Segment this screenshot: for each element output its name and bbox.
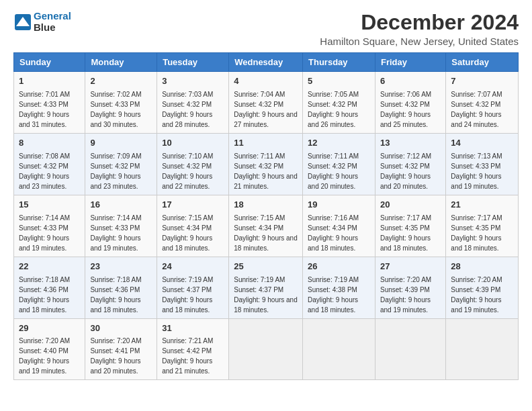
day-info: Sunrise: 7:20 AMSunset: 4:39 PMDaylight:… [380,275,441,315]
calendar-cell: 5Sunrise: 7:05 AMSunset: 4:32 PMDaylight… [303,72,375,134]
day-info: Sunrise: 7:13 AMSunset: 4:33 PMDaylight:… [451,151,513,191]
day-number: 29 [19,322,80,335]
calendar-cell: 28Sunrise: 7:20 AMSunset: 4:39 PMDayligh… [446,257,519,318]
subtitle: Hamilton Square, New Jersey, United Stat… [320,36,519,47]
day-info: Sunrise: 7:17 AMSunset: 4:35 PMDaylight:… [451,213,513,253]
col-header-wednesday: Wednesday [229,53,303,72]
day-number: 25 [234,261,298,273]
day-info: Sunrise: 7:15 AMSunset: 4:34 PMDaylight:… [162,213,224,253]
day-number: 8 [19,137,80,150]
col-header-sunday: Sunday [14,53,85,72]
logo-text-blue: Blue [34,22,71,34]
logo: General Blue [13,11,71,33]
day-number: 1 [19,75,80,88]
calendar-cell: 25Sunrise: 7:19 AMSunset: 4:37 PMDayligh… [229,257,303,318]
calendar-cell: 27Sunrise: 7:20 AMSunset: 4:39 PMDayligh… [375,257,445,318]
day-info: Sunrise: 7:14 AMSunset: 4:33 PMDaylight:… [90,213,152,253]
calendar-week-3: 15Sunrise: 7:14 AMSunset: 4:33 PMDayligh… [14,195,519,257]
day-number: 23 [90,261,152,273]
day-number: 11 [234,137,298,150]
day-info: Sunrise: 7:08 AMSunset: 4:32 PMDaylight:… [19,151,80,191]
day-info: Sunrise: 7:09 AMSunset: 4:32 PMDaylight:… [90,151,152,191]
day-number: 13 [380,137,441,150]
day-number: 30 [90,322,152,335]
day-info: Sunrise: 7:20 AMSunset: 4:39 PMDaylight:… [451,275,513,315]
calendar-cell: 14Sunrise: 7:13 AMSunset: 4:33 PMDayligh… [446,134,519,195]
calendar-cell: 16Sunrise: 7:14 AMSunset: 4:33 PMDayligh… [85,195,157,257]
calendar-cell: 12Sunrise: 7:11 AMSunset: 4:32 PMDayligh… [303,134,375,195]
calendar-cell: 6Sunrise: 7:06 AMSunset: 4:32 PMDaylight… [375,72,445,134]
calendar-week-5: 29Sunrise: 7:20 AMSunset: 4:40 PMDayligh… [14,318,519,380]
calendar-week-1: 1Sunrise: 7:01 AMSunset: 4:33 PMDaylight… [14,72,519,134]
day-info: Sunrise: 7:05 AMSunset: 4:32 PMDaylight:… [308,89,370,130]
day-info: Sunrise: 7:20 AMSunset: 4:41 PMDaylight:… [90,336,152,376]
day-number: 20 [380,199,441,212]
day-number: 12 [308,137,370,150]
day-number: 6 [380,75,441,88]
day-info: Sunrise: 7:19 AMSunset: 4:37 PMDaylight:… [234,275,298,315]
day-info: Sunrise: 7:07 AMSunset: 4:32 PMDaylight:… [451,89,513,130]
day-info: Sunrise: 7:19 AMSunset: 4:38 PMDaylight:… [308,275,370,315]
day-number: 9 [90,137,152,150]
calendar-cell: 21Sunrise: 7:17 AMSunset: 4:35 PMDayligh… [446,195,519,257]
day-number: 19 [308,199,370,212]
calendar-week-4: 22Sunrise: 7:18 AMSunset: 4:36 PMDayligh… [14,257,519,318]
day-number: 17 [162,199,224,212]
day-info: Sunrise: 7:02 AMSunset: 4:33 PMDaylight:… [90,89,152,130]
calendar-cell: 10Sunrise: 7:10 AMSunset: 4:32 PMDayligh… [157,134,229,195]
col-header-monday: Monday [85,53,157,72]
day-number: 24 [162,261,224,273]
calendar-week-2: 8Sunrise: 7:08 AMSunset: 4:32 PMDaylight… [14,134,519,195]
day-number: 14 [451,137,513,150]
calendar-cell: 4Sunrise: 7:04 AMSunset: 4:32 PMDaylight… [229,72,303,134]
day-info: Sunrise: 7:06 AMSunset: 4:32 PMDaylight:… [380,89,441,130]
day-info: Sunrise: 7:12 AMSunset: 4:32 PMDaylight:… [380,151,441,191]
calendar-header-row: SundayMondayTuesdayWednesdayThursdayFrid… [14,53,519,72]
day-info: Sunrise: 7:03 AMSunset: 4:32 PMDaylight:… [162,89,224,130]
calendar-cell: 23Sunrise: 7:18 AMSunset: 4:36 PMDayligh… [85,257,157,318]
calendar-cell [446,318,519,380]
day-number: 21 [451,199,513,212]
calendar-cell: 2Sunrise: 7:02 AMSunset: 4:33 PMDaylight… [85,72,157,134]
header-area: General Blue December 2024 Hamilton Squa… [13,11,519,47]
calendar-cell: 29Sunrise: 7:20 AMSunset: 4:40 PMDayligh… [14,318,85,380]
calendar-cell: 1Sunrise: 7:01 AMSunset: 4:33 PMDaylight… [14,72,85,134]
calendar-cell: 31Sunrise: 7:21 AMSunset: 4:42 PMDayligh… [157,318,229,380]
day-info: Sunrise: 7:01 AMSunset: 4:33 PMDaylight:… [19,89,80,130]
calendar-cell: 3Sunrise: 7:03 AMSunset: 4:32 PMDaylight… [157,72,229,134]
day-number: 15 [19,199,80,212]
day-info: Sunrise: 7:20 AMSunset: 4:40 PMDaylight:… [19,336,80,376]
calendar-cell: 15Sunrise: 7:14 AMSunset: 4:33 PMDayligh… [14,195,85,257]
col-header-tuesday: Tuesday [157,53,229,72]
col-header-thursday: Thursday [303,53,375,72]
day-info: Sunrise: 7:04 AMSunset: 4:32 PMDaylight:… [234,89,298,130]
day-info: Sunrise: 7:15 AMSunset: 4:34 PMDaylight:… [234,213,298,253]
day-number: 26 [308,261,370,273]
logo-text-general: General [34,11,71,22]
day-number: 22 [19,261,80,273]
day-number: 2 [90,75,152,88]
day-number: 4 [234,75,298,88]
day-info: Sunrise: 7:18 AMSunset: 4:36 PMDaylight:… [90,275,152,315]
day-info: Sunrise: 7:11 AMSunset: 4:32 PMDaylight:… [308,151,370,191]
day-number: 18 [234,199,298,212]
day-number: 5 [308,75,370,88]
day-info: Sunrise: 7:11 AMSunset: 4:32 PMDaylight:… [234,151,298,191]
day-info: Sunrise: 7:19 AMSunset: 4:37 PMDaylight:… [162,275,224,315]
main-title: December 2024 [320,11,519,34]
calendar-cell: 18Sunrise: 7:15 AMSunset: 4:34 PMDayligh… [229,195,303,257]
day-info: Sunrise: 7:18 AMSunset: 4:36 PMDaylight:… [19,275,80,315]
day-info: Sunrise: 7:17 AMSunset: 4:35 PMDaylight:… [380,213,441,253]
day-number: 31 [162,322,224,335]
calendar-cell: 22Sunrise: 7:18 AMSunset: 4:36 PMDayligh… [14,257,85,318]
calendar-cell [229,318,303,380]
calendar-cell: 19Sunrise: 7:16 AMSunset: 4:34 PMDayligh… [303,195,375,257]
logo-icon [13,13,32,32]
day-info: Sunrise: 7:10 AMSunset: 4:32 PMDaylight:… [162,151,224,191]
day-number: 10 [162,137,224,150]
calendar-cell [375,318,445,380]
calendar-cell: 24Sunrise: 7:19 AMSunset: 4:37 PMDayligh… [157,257,229,318]
calendar-cell: 13Sunrise: 7:12 AMSunset: 4:32 PMDayligh… [375,134,445,195]
calendar-table: SundayMondayTuesdayWednesdayThursdayFrid… [13,52,519,380]
page: General Blue December 2024 Hamilton Squa… [0,0,532,411]
